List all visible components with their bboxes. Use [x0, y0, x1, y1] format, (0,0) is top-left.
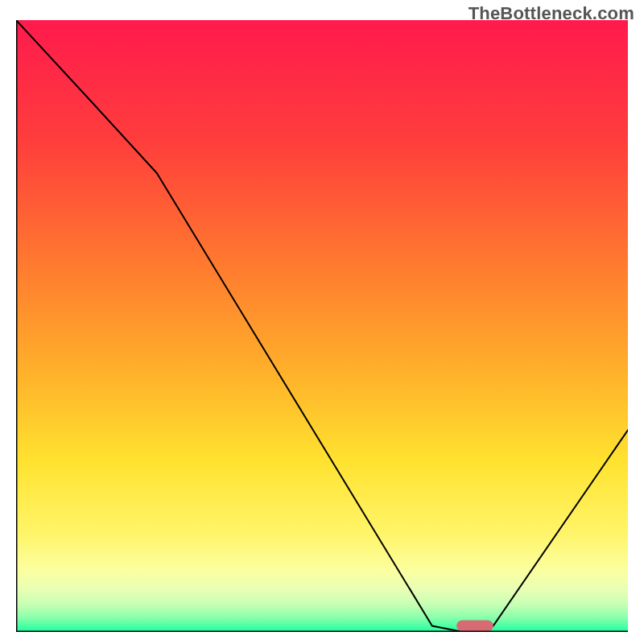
chart-container: TheBottleneck.com: [0, 0, 644, 644]
optimal-marker: [456, 621, 493, 632]
watermark-text: TheBottleneck.com: [469, 3, 634, 24]
plot-area: [16, 20, 628, 632]
chart-background: [16, 20, 628, 632]
chart-svg: [16, 20, 628, 632]
